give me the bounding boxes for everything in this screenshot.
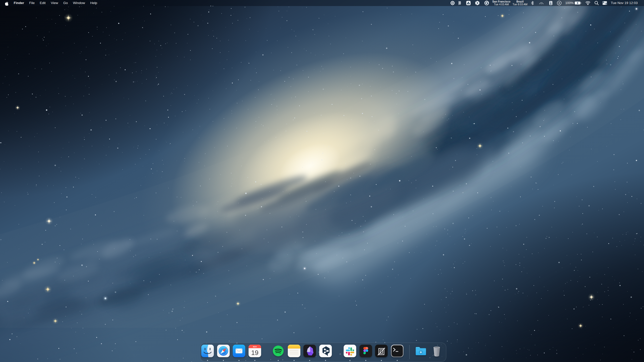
svg-text:NOV: NOV: [253, 346, 257, 348]
svg-text:19: 19: [251, 349, 258, 356]
